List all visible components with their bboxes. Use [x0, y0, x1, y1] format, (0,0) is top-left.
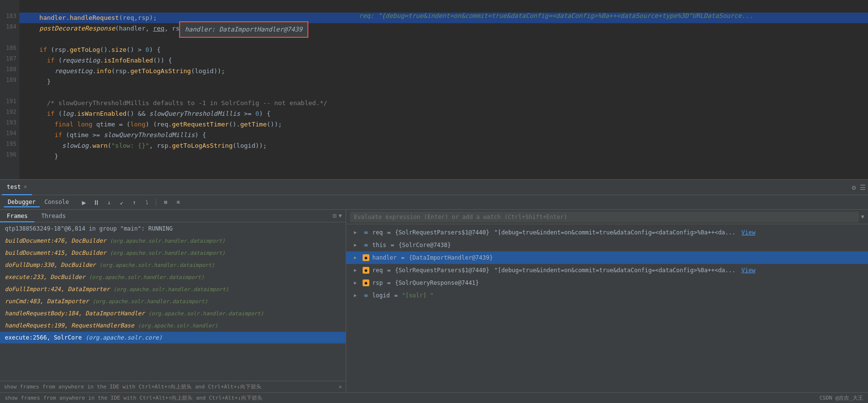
brand-label: CSDN @吉吉_大王 [820, 394, 863, 402]
var-item-this[interactable]: ▶ ∞ this = {SolrCore@7438} [346, 239, 868, 251]
expand-icon[interactable]: ▶ [354, 291, 360, 300]
code-line: if (requestLog.isInfoEnabled()) { [19, 55, 868, 66]
frame-item[interactable]: doFullImport:424, DataImporter (org.apac… [0, 283, 346, 295]
code-editor: 183 184 186 187 188 189 191 192 193 194 … [0, 0, 868, 179]
frame-item[interactable]: handleRequest:199, RequestHandlerBase (o… [0, 320, 346, 332]
frame-item-selected[interactable]: execute:2566, SolrCore (org.apache.solr.… [0, 332, 346, 343]
settings-icon[interactable]: ⚙ [852, 184, 856, 191]
expand-icon[interactable]: ▶ [354, 265, 360, 275]
sub-tabs: Debugger Console [4, 198, 73, 207]
type-icon-eq: ● [363, 254, 369, 261]
frames-hint: show frames from anywhere in the IDE wit… [0, 381, 346, 392]
code-line: slowLog.warn("slow: {}", rsp.getToLogAsS… [19, 140, 868, 151]
code-line: requestLog.info(rsp.getToLogAsString(log… [19, 66, 868, 77]
evaluate-dropdown-icon[interactable]: ▼ [861, 214, 864, 220]
tooltip-popup: handler: DataImportHandler@7439 [179, 21, 308, 38]
code-line: if (log.isWarnEnabled() && slowQueryThre… [19, 108, 868, 119]
separator [156, 199, 156, 206]
pause-btn[interactable]: ⏸ [91, 197, 102, 208]
evaluate-input[interactable] [350, 212, 859, 222]
thread-header: qtp1388563249-18"@6,814 in group "main":… [0, 222, 346, 235]
resume-btn[interactable]: ▶ [78, 197, 89, 208]
type-icon-eq: ● [363, 279, 369, 286]
var-item-rsp[interactable]: ▶ ● rsp = {SolrQueryResponse@7441} [346, 277, 868, 289]
step-over-btn[interactable]: ↓ [104, 197, 114, 208]
frame-item[interactable]: handleRequestBody:184, DataImportHandler… [0, 308, 346, 320]
run-to-cursor-btn[interactable]: ⤵ [141, 197, 152, 208]
type-icon-oo: ∞ [363, 229, 369, 236]
variables-panel: ▼ ▶ ∞ req = {SolrRequestParsers$1@7440} … [346, 210, 868, 392]
hint-close-icon[interactable]: ✕ [338, 384, 342, 390]
code-line: } [19, 77, 868, 87]
dropdown-arrow[interactable]: ▼ [338, 213, 342, 219]
step-into-btn[interactable]: ↙ [116, 197, 127, 208]
frame-item[interactable]: execute:233, DocBuilder (org.apache.solr… [0, 271, 346, 283]
menu-icon[interactable]: ☰ [860, 184, 866, 191]
var-item-handler[interactable]: ▶ ● handler = {DataImportHandler@7439} [346, 251, 868, 264]
code-line [19, 87, 868, 98]
frame-item[interactable]: runCmd:483, DataImporter (org.apache.sol… [0, 295, 346, 308]
var-item-req2[interactable]: ▶ ● req = {SolrRequestParsers$1@7440} "[… [346, 264, 868, 277]
code-line-comment: /* slowQueryThresholdMillis defaults to … [19, 98, 868, 108]
debugger-content: Frames Threads ⊟ ▼ qtp1388563249-18"@6,8… [0, 210, 868, 392]
debugger-toolbar: Debugger Console ▶ ⏸ ↓ ↙ ↑ ⤵ ⊞ ≡ [0, 195, 868, 210]
view-link-req2[interactable]: View [742, 265, 756, 275]
type-icon-eq: ● [363, 267, 369, 274]
expand-icon[interactable]: ▶ [354, 240, 360, 250]
var-item-req[interactable]: ▶ ∞ req = {SolrRequestParsers$1@7440} "[… [346, 226, 868, 239]
debugger-panel: test ✕ ⚙ ☰ Debugger Console ▶ ⏸ ↓ ↙ ↑ ⤵ … [0, 179, 868, 392]
step-out-btn[interactable]: ↑ [129, 197, 139, 208]
debugger-tab-bar: test ✕ ⚙ ☰ [0, 180, 868, 195]
code-continuation: req: "{debug=true&indent=on&commit=true&… [339, 11, 753, 21]
tab-debugger[interactable]: Debugger [4, 198, 40, 207]
code-line [19, 34, 868, 45]
frame-item[interactable]: doFullDump:330, DocBuilder (org.apache.s… [0, 259, 346, 271]
tab-test-label: test [7, 184, 21, 190]
code-line: if (rsp.getToLog().size() > 0) { [19, 45, 868, 55]
frames-panel: Frames Threads ⊟ ▼ qtp1388563249-18"@6,8… [0, 210, 346, 392]
code-content: handler.handleRequest(req,rsp); handler:… [19, 0, 868, 179]
frames-tab-frames[interactable]: Frames [0, 210, 34, 222]
status-hint: show frames from anywhere in the IDE wit… [5, 394, 262, 402]
frame-item[interactable]: buildDocument:415, DocBuilder (org.apach… [0, 247, 346, 259]
type-icon-oo: ∞ [363, 242, 369, 248]
frames-tabs: Frames Threads ⊟ ▼ [0, 210, 346, 222]
code-line: } [19, 151, 868, 162]
status-bar: show frames from anywhere in the IDE wit… [0, 392, 868, 403]
frame-item[interactable]: buildDocument:476, DocBuilder (org.apach… [0, 235, 346, 247]
view-link-req[interactable]: View [742, 228, 756, 237]
more-settings-btn[interactable]: ≡ [173, 197, 183, 208]
code-line: if (qtime >= slowQueryThresholdMillis) { [19, 130, 868, 140]
variables-toolbar: ▼ [346, 210, 868, 224]
code-line: postDecorateResponse(handler, req, rsp); [19, 23, 868, 34]
tab-right-icons: ⚙ ☰ [852, 184, 866, 191]
filter-icon[interactable]: ⊟ [333, 212, 337, 219]
tab-close-icon[interactable]: ✕ [24, 184, 27, 190]
tab-console[interactable]: Console [41, 198, 73, 207]
frames-toolbar-right: ⊟ ▼ [333, 210, 346, 222]
line-numbers: 183 184 186 187 188 189 191 192 193 194 … [0, 0, 19, 179]
code-line: final long qtime = (long) (req.getReques… [19, 119, 868, 130]
frames-btn[interactable]: ⊞ [160, 197, 171, 208]
expand-icon[interactable]: ▶ [354, 278, 360, 288]
frames-tab-threads[interactable]: Threads [34, 210, 73, 222]
type-icon-oo: ∞ [363, 292, 369, 299]
expand-icon[interactable]: ▶ [354, 228, 360, 237]
expand-icon[interactable]: ▶ [354, 253, 360, 263]
var-item-logid[interactable]: ▶ ∞ logid = "[solr] " [346, 289, 868, 302]
variables-list: ▶ ∞ req = {SolrRequestParsers$1@7440} "[… [346, 224, 868, 392]
frames-list: qtp1388563249-18"@6,814 in group "main":… [0, 222, 346, 381]
tab-test[interactable]: test ✕ [2, 180, 32, 195]
